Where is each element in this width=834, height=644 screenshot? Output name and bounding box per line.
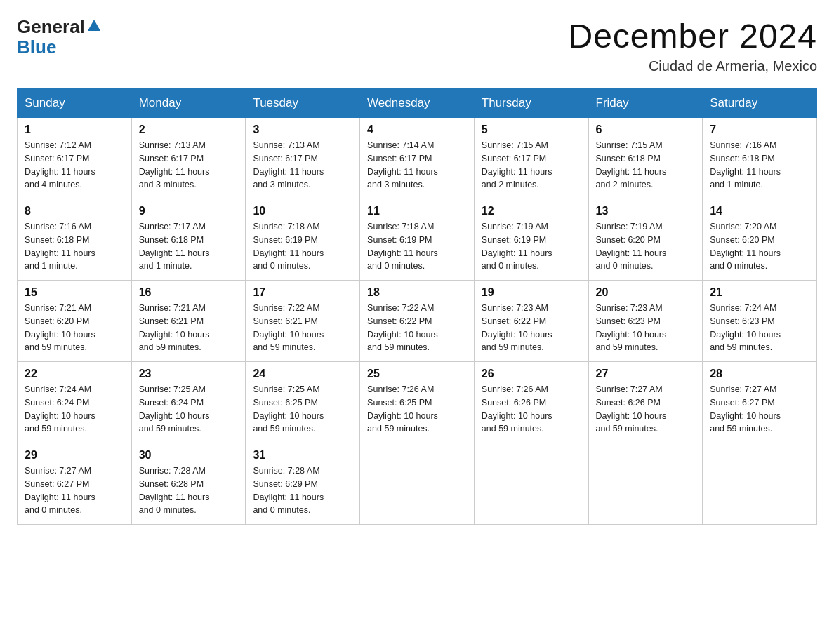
- calendar-week-row: 1Sunrise: 7:12 AM Sunset: 6:17 PM Daylig…: [18, 118, 817, 199]
- day-info: Sunrise: 7:18 AM Sunset: 6:19 PM Dayligh…: [253, 220, 352, 273]
- day-info: Sunrise: 7:19 AM Sunset: 6:20 PM Dayligh…: [596, 220, 696, 273]
- page-header: General Blue December 2024 Ciudad de Arm…: [17, 17, 817, 74]
- calendar-cell: 26Sunrise: 7:26 AM Sunset: 6:26 PM Dayli…: [474, 362, 588, 443]
- day-info: Sunrise: 7:25 AM Sunset: 6:24 PM Dayligh…: [139, 383, 239, 436]
- calendar-title: December 2024: [568, 17, 817, 55]
- calendar-cell: 11Sunrise: 7:18 AM Sunset: 6:19 PM Dayli…: [360, 199, 475, 281]
- day-number: 24: [253, 368, 352, 380]
- calendar-cell: [703, 443, 817, 525]
- calendar-cell: 29Sunrise: 7:27 AM Sunset: 6:27 PM Dayli…: [18, 443, 132, 525]
- day-number: 27: [596, 368, 696, 380]
- column-header-saturday: Saturday: [703, 89, 817, 118]
- calendar-cell: 13Sunrise: 7:19 AM Sunset: 6:20 PM Dayli…: [588, 199, 703, 281]
- day-number: 29: [25, 449, 124, 462]
- calendar-cell: 23Sunrise: 7:25 AM Sunset: 6:24 PM Dayli…: [131, 362, 246, 443]
- day-info: Sunrise: 7:16 AM Sunset: 6:18 PM Dayligh…: [710, 139, 809, 192]
- day-info: Sunrise: 7:22 AM Sunset: 6:21 PM Dayligh…: [253, 302, 352, 354]
- day-info: Sunrise: 7:23 AM Sunset: 6:23 PM Dayligh…: [596, 302, 696, 354]
- day-info: Sunrise: 7:19 AM Sunset: 6:19 PM Dayligh…: [482, 220, 581, 273]
- day-number: 23: [139, 368, 239, 380]
- day-number: 4: [367, 123, 467, 136]
- day-info: Sunrise: 7:27 AM Sunset: 6:27 PM Dayligh…: [25, 464, 124, 517]
- day-info: Sunrise: 7:24 AM Sunset: 6:24 PM Dayligh…: [25, 383, 124, 436]
- calendar-cell: 22Sunrise: 7:24 AM Sunset: 6:24 PM Dayli…: [18, 362, 132, 443]
- day-number: 7: [710, 123, 809, 136]
- calendar-table: SundayMondayTuesdayWednesdayThursdayFrid…: [17, 88, 817, 525]
- day-info: Sunrise: 7:21 AM Sunset: 6:20 PM Dayligh…: [25, 302, 124, 354]
- calendar-cell: [588, 443, 703, 525]
- day-info: Sunrise: 7:25 AM Sunset: 6:25 PM Dayligh…: [253, 383, 352, 436]
- calendar-subtitle: Ciudad de Armeria, Mexico: [568, 58, 817, 74]
- calendar-cell: 19Sunrise: 7:23 AM Sunset: 6:22 PM Dayli…: [474, 281, 588, 362]
- calendar-cell: 15Sunrise: 7:21 AM Sunset: 6:20 PM Dayli…: [18, 281, 132, 362]
- calendar-cell: 18Sunrise: 7:22 AM Sunset: 6:22 PM Dayli…: [360, 281, 475, 362]
- day-number: 30: [139, 449, 239, 462]
- calendar-cell: 6Sunrise: 7:15 AM Sunset: 6:18 PM Daylig…: [588, 118, 703, 199]
- day-info: Sunrise: 7:28 AM Sunset: 6:28 PM Dayligh…: [139, 464, 239, 517]
- calendar-cell: 7Sunrise: 7:16 AM Sunset: 6:18 PM Daylig…: [703, 118, 817, 199]
- column-header-wednesday: Wednesday: [360, 89, 475, 118]
- day-info: Sunrise: 7:27 AM Sunset: 6:26 PM Dayligh…: [596, 383, 696, 436]
- calendar-week-row: 8Sunrise: 7:16 AM Sunset: 6:18 PM Daylig…: [18, 199, 817, 281]
- logo-blue-text: Blue: [17, 37, 100, 58]
- calendar-cell: 3Sunrise: 7:13 AM Sunset: 6:17 PM Daylig…: [246, 118, 360, 199]
- day-info: Sunrise: 7:16 AM Sunset: 6:18 PM Dayligh…: [25, 220, 124, 273]
- column-header-tuesday: Tuesday: [246, 89, 360, 118]
- calendar-cell: 16Sunrise: 7:21 AM Sunset: 6:21 PM Dayli…: [131, 281, 246, 362]
- day-number: 3: [253, 123, 352, 136]
- day-number: 17: [253, 286, 352, 299]
- logo-general-text: General: [17, 17, 85, 37]
- day-number: 5: [482, 123, 581, 136]
- calendar-cell: 14Sunrise: 7:20 AM Sunset: 6:20 PM Dayli…: [703, 199, 817, 281]
- day-number: 21: [710, 286, 809, 299]
- day-number: 9: [139, 205, 239, 217]
- logo: General Blue: [17, 17, 100, 57]
- day-number: 22: [25, 368, 124, 380]
- day-number: 28: [710, 368, 809, 380]
- calendar-cell: 30Sunrise: 7:28 AM Sunset: 6:28 PM Dayli…: [131, 443, 246, 525]
- day-info: Sunrise: 7:26 AM Sunset: 6:26 PM Dayligh…: [482, 383, 581, 436]
- calendar-cell: 5Sunrise: 7:15 AM Sunset: 6:17 PM Daylig…: [474, 118, 588, 199]
- calendar-cell: 28Sunrise: 7:27 AM Sunset: 6:27 PM Dayli…: [703, 362, 817, 443]
- calendar-week-row: 29Sunrise: 7:27 AM Sunset: 6:27 PM Dayli…: [18, 443, 817, 525]
- day-info: Sunrise: 7:28 AM Sunset: 6:29 PM Dayligh…: [253, 464, 352, 517]
- day-number: 16: [139, 286, 239, 299]
- day-info: Sunrise: 7:14 AM Sunset: 6:17 PM Dayligh…: [367, 139, 467, 192]
- column-header-thursday: Thursday: [474, 89, 588, 118]
- day-info: Sunrise: 7:12 AM Sunset: 6:17 PM Dayligh…: [25, 139, 124, 192]
- day-info: Sunrise: 7:23 AM Sunset: 6:22 PM Dayligh…: [482, 302, 581, 354]
- day-info: Sunrise: 7:17 AM Sunset: 6:18 PM Dayligh…: [139, 220, 239, 273]
- day-info: Sunrise: 7:15 AM Sunset: 6:17 PM Dayligh…: [482, 139, 581, 192]
- day-number: 25: [367, 368, 467, 380]
- day-info: Sunrise: 7:13 AM Sunset: 6:17 PM Dayligh…: [253, 139, 352, 192]
- column-header-friday: Friday: [588, 89, 703, 118]
- title-area: December 2024 Ciudad de Armeria, Mexico: [568, 17, 817, 74]
- day-number: 14: [710, 205, 809, 217]
- calendar-cell: 24Sunrise: 7:25 AM Sunset: 6:25 PM Dayli…: [246, 362, 360, 443]
- calendar-cell: 9Sunrise: 7:17 AM Sunset: 6:18 PM Daylig…: [131, 199, 246, 281]
- day-number: 13: [596, 205, 696, 217]
- calendar-cell: 25Sunrise: 7:26 AM Sunset: 6:25 PM Dayli…: [360, 362, 475, 443]
- calendar-cell: 21Sunrise: 7:24 AM Sunset: 6:23 PM Dayli…: [703, 281, 817, 362]
- day-number: 6: [596, 123, 696, 136]
- calendar-header-row: SundayMondayTuesdayWednesdayThursdayFrid…: [18, 89, 817, 118]
- day-info: Sunrise: 7:15 AM Sunset: 6:18 PM Dayligh…: [596, 139, 696, 192]
- calendar-cell: 31Sunrise: 7:28 AM Sunset: 6:29 PM Dayli…: [246, 443, 360, 525]
- day-number: 18: [367, 286, 467, 299]
- calendar-cell: 8Sunrise: 7:16 AM Sunset: 6:18 PM Daylig…: [18, 199, 132, 281]
- column-header-monday: Monday: [131, 89, 246, 118]
- day-info: Sunrise: 7:21 AM Sunset: 6:21 PM Dayligh…: [139, 302, 239, 354]
- calendar-cell: [360, 443, 475, 525]
- calendar-cell: 4Sunrise: 7:14 AM Sunset: 6:17 PM Daylig…: [360, 118, 475, 199]
- day-info: Sunrise: 7:26 AM Sunset: 6:25 PM Dayligh…: [367, 383, 467, 436]
- day-number: 31: [253, 449, 352, 462]
- calendar-cell: 17Sunrise: 7:22 AM Sunset: 6:21 PM Dayli…: [246, 281, 360, 362]
- calendar-cell: 10Sunrise: 7:18 AM Sunset: 6:19 PM Dayli…: [246, 199, 360, 281]
- day-info: Sunrise: 7:13 AM Sunset: 6:17 PM Dayligh…: [139, 139, 239, 192]
- day-info: Sunrise: 7:22 AM Sunset: 6:22 PM Dayligh…: [367, 302, 467, 354]
- day-info: Sunrise: 7:18 AM Sunset: 6:19 PM Dayligh…: [367, 220, 467, 273]
- calendar-week-row: 22Sunrise: 7:24 AM Sunset: 6:24 PM Dayli…: [18, 362, 817, 443]
- day-number: 19: [482, 286, 581, 299]
- logo-triangle-icon: [88, 20, 100, 31]
- calendar-cell: [474, 443, 588, 525]
